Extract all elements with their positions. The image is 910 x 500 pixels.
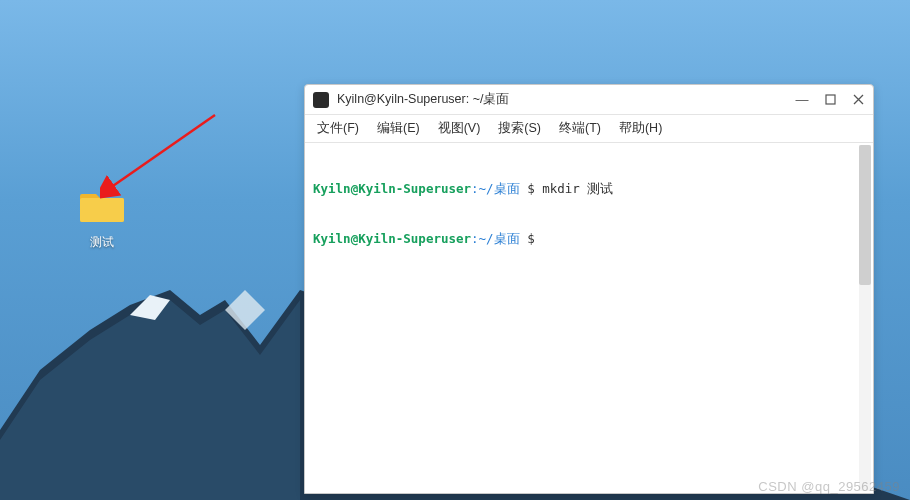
terminal-line: Kyiln@Kyiln-Superuser:~/桌面 $ xyxy=(313,231,865,248)
terminal-line: Kyiln@Kyiln-Superuser:~/桌面 $ mkdir 测试 xyxy=(313,181,865,198)
desktop-folder-label: 测试 xyxy=(74,234,130,251)
menu-terminal[interactable]: 终端(T) xyxy=(557,118,603,139)
minimize-button[interactable]: — xyxy=(795,93,809,107)
window-title: Kyiln@Kyiln-Superuser: ~/桌面 xyxy=(337,91,795,108)
menu-search[interactable]: 搜索(S) xyxy=(496,118,543,139)
scrollbar-thumb[interactable] xyxy=(859,145,871,285)
menu-help[interactable]: 帮助(H) xyxy=(617,118,664,139)
window-titlebar[interactable]: Kyiln@Kyiln-Superuser: ~/桌面 — xyxy=(305,85,873,115)
menu-view[interactable]: 视图(V) xyxy=(436,118,483,139)
desktop-folder[interactable]: 测试 xyxy=(74,188,130,251)
svg-rect-2 xyxy=(826,95,835,104)
menubar: 文件(F) 编辑(E) 视图(V) 搜索(S) 终端(T) 帮助(H) xyxy=(305,115,873,143)
maximize-button[interactable] xyxy=(823,93,837,107)
close-button[interactable] xyxy=(851,93,865,107)
menu-edit[interactable]: 编辑(E) xyxy=(375,118,422,139)
app-icon xyxy=(313,92,329,108)
annotation-arrow-left xyxy=(100,110,220,200)
menu-file[interactable]: 文件(F) xyxy=(315,118,361,139)
svg-line-0 xyxy=(110,115,215,188)
terminal-body[interactable]: Kyiln@Kyiln-Superuser:~/桌面 $ mkdir 测试 Ky… xyxy=(305,143,873,493)
terminal-window: Kyiln@Kyiln-Superuser: ~/桌面 — 文件(F) 编辑(E… xyxy=(304,84,874,494)
folder-icon xyxy=(80,188,124,224)
